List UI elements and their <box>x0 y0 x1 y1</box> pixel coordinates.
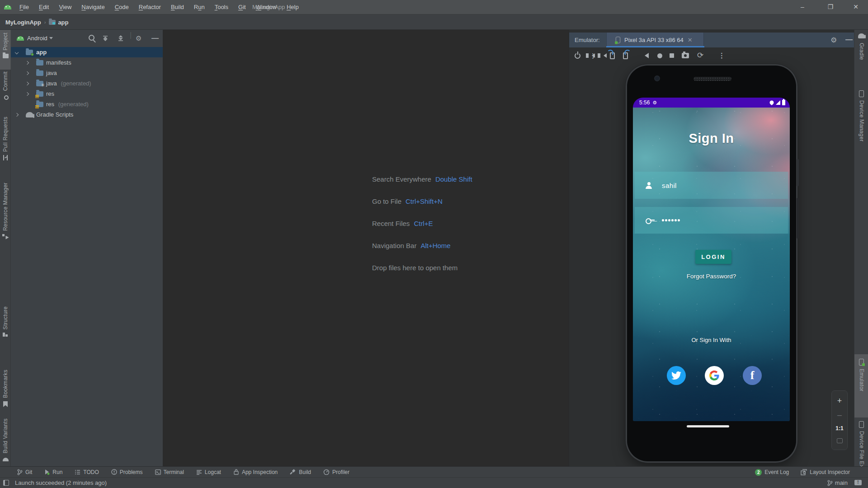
stripe-tab-pull-requests[interactable]: Pull Requests <box>0 117 11 174</box>
status-bar: Launch succeeded (2 minutes ago) main ! <box>0 477 868 488</box>
device-icon <box>616 37 620 43</box>
emulator-tab-label: Pixel 3a API 33 x86 64 <box>624 37 684 43</box>
chevron-right-icon[interactable] <box>25 81 29 85</box>
menu-edit[interactable]: Edit <box>34 0 54 14</box>
stripe-tab-emulator[interactable]: Emulator <box>854 354 868 418</box>
actual-size-button[interactable]: 1:1 <box>835 425 843 432</box>
google-button[interactable] <box>705 366 724 385</box>
phone-power-button <box>797 159 799 186</box>
phone-screen: 5:56 ⚙ Sign In sahil <box>633 98 790 421</box>
bottom-tab-build[interactable]: Build <box>290 469 311 475</box>
bottom-tab-git[interactable]: Git <box>17 469 32 475</box>
breadcrumb[interactable]: MyLoginApp › app <box>5 14 69 30</box>
locate-icon[interactable] <box>89 34 94 42</box>
event-count-badge: 2 <box>755 469 762 476</box>
event-log-button[interactable]: 2 Event Log <box>755 469 789 476</box>
stripe-tab-project[interactable]: Project <box>0 30 11 70</box>
login-button[interactable]: LOGIN <box>695 250 731 264</box>
terminal-icon <box>155 469 161 475</box>
window-minimize-button[interactable]: – <box>795 0 810 14</box>
stripe-tab-bookmarks[interactable]: Bookmarks <box>0 370 11 411</box>
stripe-tab-structure[interactable]: Structure <box>0 306 11 362</box>
layout-inspector-button[interactable]: Layout Inspector <box>801 469 850 475</box>
tree-row-java[interactable]: ✳java (generated) <box>11 78 163 89</box>
forgot-password-link[interactable]: Forgot Password? <box>633 273 790 280</box>
username-field[interactable]: sahil <box>635 172 788 199</box>
hide-panel-icon[interactable]: — <box>151 34 159 42</box>
bottom-tab-run[interactable]: Run <box>44 469 62 475</box>
expand-all-icon[interactable] <box>102 35 109 42</box>
bottom-tab-problems[interactable]: Problems <box>111 469 143 475</box>
tree-row-gradle-scripts[interactable]: Gradle Scripts <box>11 109 163 120</box>
emulator-settings-icon[interactable]: ⚙ <box>830 36 837 44</box>
project-view-label[interactable]: Android <box>27 35 47 42</box>
stripe-tab-label: Structure <box>2 306 9 329</box>
menu-git[interactable]: Git <box>233 0 251 14</box>
window-restore-button[interactable]: ❐ <box>823 0 838 14</box>
zoom-out-button[interactable]: – <box>837 411 842 418</box>
project-tool-window: Android | ⚙ — appmanifestsjava✳java (gen… <box>11 30 163 466</box>
menu-navigate[interactable]: Navigate <box>76 0 109 14</box>
gear-icon[interactable]: ⚙ <box>136 34 142 42</box>
password-field[interactable] <box>635 207 788 234</box>
chevron-right-icon[interactable] <box>15 113 19 116</box>
zoom-in-button[interactable]: + <box>837 397 842 404</box>
chevron-right-icon[interactable] <box>25 92 29 95</box>
volume-up-icon[interactable] <box>585 47 595 64</box>
key-icon <box>646 217 655 224</box>
snapshots-icon[interactable]: ⟳ <box>697 47 703 64</box>
more-icon[interactable]: ⋮ <box>718 47 725 64</box>
breadcrumb-project[interactable]: MyLoginApp <box>5 19 41 26</box>
chevron-right-icon[interactable] <box>25 61 29 64</box>
tree-row-java[interactable]: java <box>11 68 163 78</box>
stripe-tab-gradle[interactable]: Gradle <box>854 32 868 72</box>
menu-view[interactable]: View <box>54 0 76 14</box>
volume-down-icon[interactable] <box>597 47 607 64</box>
menu-code[interactable]: Code <box>110 0 134 14</box>
bottom-tab-terminal[interactable]: Terminal <box>155 469 184 475</box>
emulator-device-tab[interactable]: Pixel 3a API 33 x86 64 ✕ <box>606 33 704 47</box>
power-icon[interactable] <box>575 47 580 64</box>
bottom-tab-app-inspection[interactable]: App Inspection <box>233 469 278 475</box>
collapse-all-icon[interactable] <box>117 35 124 42</box>
close-tab-icon[interactable]: ✕ <box>688 37 693 43</box>
phone-icon <box>859 421 864 428</box>
bottom-tab-logcat[interactable]: Logcat <box>196 469 221 475</box>
bottom-tab-profiler[interactable]: Profiler <box>323 469 349 475</box>
screenshot-icon[interactable] <box>682 47 689 64</box>
tree-row-app[interactable]: app <box>11 47 163 57</box>
tree-row-res[interactable]: res <box>11 89 163 99</box>
emulator-header: Emulator: Pixel 3a API 33 x86 64 ✕ ⚙ — <box>569 33 854 47</box>
menu-refactor[interactable]: Refactor <box>134 0 166 14</box>
stripe-tab-commit[interactable]: Commit <box>0 71 11 111</box>
stripe-tab-resource-manager[interactable]: Resource Manager <box>0 183 11 267</box>
chevron-down-icon[interactable] <box>15 50 19 54</box>
notification-icon[interactable]: ! <box>854 480 862 485</box>
menu-run[interactable]: Run <box>189 0 210 14</box>
tree-row-res[interactable]: res (generated) <box>11 99 163 109</box>
emulator-hide-icon[interactable]: — <box>845 36 853 44</box>
home-icon[interactable] <box>657 47 662 64</box>
stripe-tab-device-manager[interactable]: Device Manager <box>854 89 868 165</box>
right-tool-stripe: GradleDevice ManagerEmulatorDevice File … <box>854 30 868 466</box>
tree-row-manifests[interactable]: manifests <box>11 57 163 68</box>
menu-tools[interactable]: Tools <box>210 0 233 14</box>
stripe-tab-label: Build Variants <box>2 418 9 453</box>
chevron-right-icon[interactable] <box>25 71 29 75</box>
rotate-right-icon[interactable] <box>623 47 628 64</box>
twitter-button[interactable] <box>667 366 686 385</box>
window-close-button[interactable]: ✕ <box>848 0 863 14</box>
toolwindow-toggle-icon[interactable] <box>3 480 9 486</box>
bottom-tab-todo[interactable]: TODO <box>75 469 99 475</box>
rotate-left-icon[interactable] <box>610 47 615 64</box>
menu-file[interactable]: File <box>14 0 34 14</box>
git-branch-icon <box>17 469 23 475</box>
overview-icon[interactable] <box>670 47 674 64</box>
facebook-button[interactable]: f <box>743 366 762 385</box>
fit-screen-button[interactable] <box>837 438 843 443</box>
menu-build[interactable]: Build <box>166 0 189 14</box>
signin-title: Sign In <box>633 131 790 146</box>
git-branch-widget[interactable]: main <box>827 478 848 488</box>
back-icon[interactable] <box>645 47 649 64</box>
breadcrumb-module[interactable]: app <box>58 19 68 26</box>
